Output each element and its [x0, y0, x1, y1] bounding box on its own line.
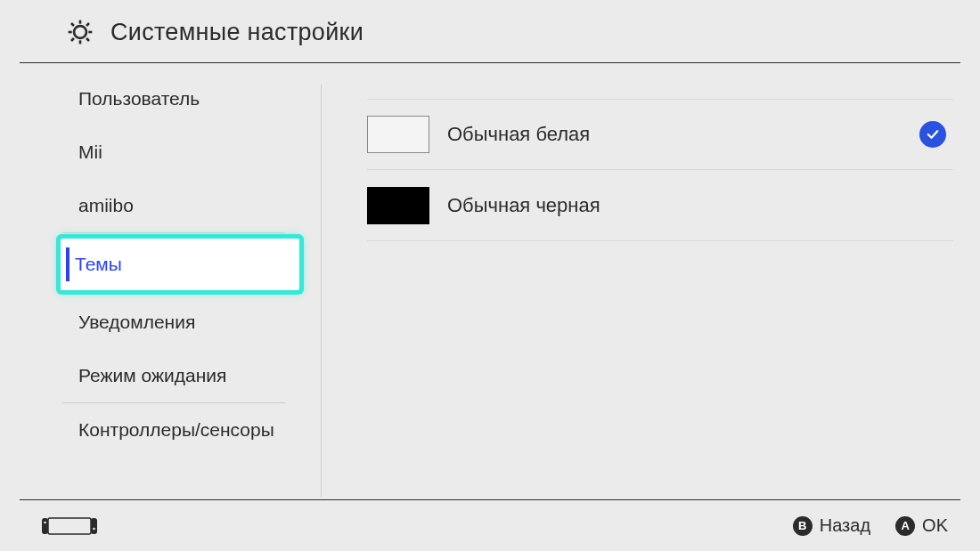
svg-point-0 — [74, 26, 86, 38]
sidebar-item-label: Mii — [78, 142, 102, 163]
svg-line-5 — [71, 23, 74, 26]
b-button-icon: B — [793, 516, 813, 536]
sidebar: Пользователь Mii amiibo Темы Уведомления… — [0, 63, 321, 494]
sidebar-item-sleep[interactable]: Режим ожидания — [0, 349, 321, 402]
sidebar-item-label: amiibo — [78, 195, 134, 216]
ok-hint[interactable]: A OK — [895, 515, 948, 536]
sidebar-item-label: Контроллеры/сенсоры — [78, 419, 274, 441]
theme-option-white[interactable]: Обычная белая — [367, 99, 953, 170]
sidebar-item-amiibo[interactable]: amiibo — [0, 179, 321, 232]
page-title: Системные настройки — [110, 19, 363, 46]
content-panel: Обычная белая Обычная черная — [321, 63, 980, 494]
sidebar-item-notifications[interactable]: Уведомления — [0, 296, 321, 349]
svg-line-7 — [71, 38, 74, 41]
vertical-divider — [321, 85, 322, 498]
theme-label: Обычная белая — [447, 123, 590, 146]
sidebar-item-label: Уведомления — [78, 312, 195, 333]
theme-option-black[interactable]: Обычная черная — [367, 170, 953, 241]
theme-swatch-black — [367, 187, 429, 224]
gear-icon — [66, 18, 94, 46]
theme-label: Обычная черная — [447, 194, 600, 217]
sidebar-item-mii[interactable]: Mii — [0, 126, 321, 179]
svg-line-6 — [86, 38, 89, 41]
sidebar-item-controllers[interactable]: Контроллеры/сенсоры — [0, 403, 321, 457]
a-button-icon: A — [895, 516, 915, 536]
sidebar-item-user[interactable]: Пользователь — [0, 72, 321, 126]
svg-point-12 — [44, 521, 46, 523]
sidebar-item-themes[interactable]: Темы — [61, 239, 299, 290]
theme-swatch-white — [367, 116, 429, 153]
sidebar-item-label: Темы — [75, 254, 122, 275]
check-icon — [919, 121, 946, 148]
back-hint[interactable]: B Назад — [793, 515, 870, 536]
svg-point-13 — [93, 527, 95, 530]
back-label: Назад — [820, 515, 870, 536]
svg-rect-11 — [91, 518, 97, 534]
sidebar-separator — [62, 232, 285, 233]
sidebar-item-label: Режим ожидания — [78, 365, 226, 386]
svg-rect-9 — [48, 518, 91, 534]
ok-label: OK — [922, 515, 948, 536]
svg-rect-10 — [42, 518, 48, 534]
svg-line-8 — [86, 23, 89, 26]
footer: B Назад A OK — [20, 499, 960, 551]
sidebar-item-label: Пользователь — [78, 88, 200, 109]
header: Системные настройки — [20, 0, 960, 63]
controller-icon[interactable] — [41, 515, 98, 537]
